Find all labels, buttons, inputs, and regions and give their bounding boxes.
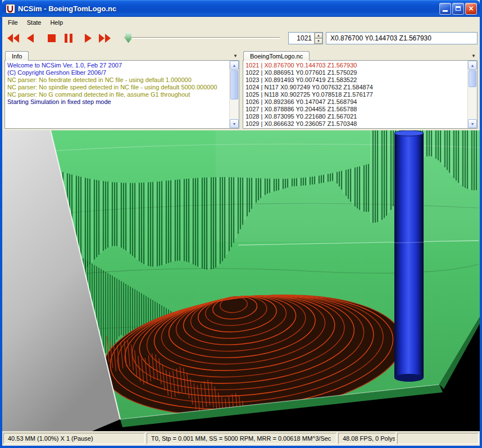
slider-track[interactable] — [124, 37, 280, 39]
rewind-icon — [7, 34, 20, 43]
info-panel: Info ▼ Welcome to NCSim Ver. 1.0, Feb 27… — [4, 50, 239, 129]
play-button[interactable] — [80, 30, 96, 46]
menu-item[interactable]: State — [22, 18, 46, 27]
tab-nc-file[interactable]: BoeingTomLogo.nc — [243, 51, 310, 61]
nc-line[interactable]: 1021 | X0.876700 Y0.144703 Z1.567930 — [245, 62, 467, 69]
scroll-thumb[interactable] — [230, 70, 238, 99]
fast-forward-button[interactable] — [97, 30, 112, 46]
info-tab-row: Info ▼ — [4, 50, 239, 61]
log-line: NC parser: No feedrate detected in NC fi… — [7, 76, 229, 84]
menu-bar: FileStateHelp — [2, 17, 480, 28]
step-back-icon — [27, 34, 34, 43]
scroll-up-icon[interactable]: ▲ — [468, 61, 477, 70]
scroll-up-icon[interactable]: ▲ — [230, 61, 239, 70]
title-bar[interactable]: NCSim - BoeingTomLogo.nc × — [2, 0, 480, 17]
scroll-track[interactable] — [230, 70, 239, 119]
slider-thumb[interactable] — [125, 33, 131, 43]
nc-panel: BoeingTomLogo.nc ▼ 1021 | X0.876700 Y0.1… — [243, 50, 478, 129]
status-extra — [397, 433, 479, 444]
menu-item[interactable]: File — [3, 18, 22, 27]
nc-line[interactable]: 1028 | X0.873095 Y0.221680 Z1.567021 — [245, 113, 467, 120]
nc-line[interactable]: 1029 | X0.866632 Y0.236057 Z1.570348 — [245, 120, 467, 128]
nc-panel-menu-button[interactable]: ▼ — [471, 54, 476, 58]
nc-line[interactable]: 1025 | N118 X0.902725 Y0.078518 Z1.57617… — [245, 91, 467, 98]
info-scrollbar[interactable]: ▲ ▼ — [229, 61, 239, 128]
app-icon — [6, 4, 15, 13]
progress-slider[interactable] — [124, 31, 280, 45]
info-panel-menu-button[interactable]: ▼ — [233, 54, 238, 58]
pause-button[interactable] — [61, 30, 76, 46]
nc-tab-row: BoeingTomLogo.nc ▼ — [243, 50, 478, 61]
spin-up-button[interactable]: ▲ — [315, 33, 322, 38]
log-line: NC parser: No G command detected in file… — [7, 91, 229, 98]
log-line: Welcome to NCSim Ver. 1.0, Feb 27 2007 — [7, 62, 229, 69]
ncsim-window: NCSim - BoeingTomLogo.nc × FileStateHelp — [0, 0, 482, 448]
nc-line[interactable]: 1023 | X0.891493 Y0.007419 Z1.583522 — [245, 76, 467, 84]
rewind-button[interactable] — [6, 30, 21, 46]
status-performance: 48.08 FPS, 0 Polys — [338, 433, 395, 444]
nc-line[interactable]: 1027 | X0.878886 Y0.204455 Z1.565788 — [245, 106, 467, 113]
spinner-buttons: ▲ ▼ — [314, 33, 322, 44]
stop-icon — [48, 34, 56, 42]
scroll-track[interactable] — [468, 70, 477, 119]
nc-line[interactable]: 1026 | X0.892366 Y0.147047 Z1.568794 — [245, 98, 467, 106]
play-icon — [85, 34, 92, 43]
nc-panel-body: 1021 | X0.876700 Y0.144703 Z1.5679301022… — [243, 61, 478, 129]
log-line: Starting Simulation in fixed step mode — [7, 98, 229, 106]
maximize-button[interactable] — [452, 3, 464, 15]
nc-code-list: 1021 | X0.876700 Y0.144703 Z1.5679301022… — [243, 61, 467, 128]
info-log: Welcome to NCSim Ver. 1.0, Feb 27 2007(C… — [5, 61, 229, 128]
close-button[interactable]: × — [465, 3, 477, 15]
nc-line[interactable]: 1024 | N117 X0.907249 Y0.007632 Z1.58487… — [245, 84, 467, 91]
stop-button[interactable] — [44, 30, 59, 46]
line-number-value[interactable]: 1021 — [289, 33, 314, 44]
nc-line[interactable]: 1022 | X0.886951 Y0.077601 Z1.575029 — [245, 69, 467, 76]
minimize-button[interactable] — [439, 3, 451, 15]
toolbar: 1021 ▲ ▼ X0.876700 Y0.144703 Z1.567930 — [2, 28, 480, 48]
scroll-thumb[interactable] — [469, 70, 476, 87]
tab-info[interactable]: Info — [5, 51, 29, 61]
window-title: NCSim - BoeingTomLogo.nc — [18, 4, 438, 13]
close-icon: × — [469, 4, 473, 12]
pause-icon — [65, 34, 72, 43]
minimize-icon — [443, 10, 448, 12]
spin-down-button[interactable]: ▼ — [315, 38, 322, 44]
viewport-3d[interactable] — [2, 130, 480, 431]
menu-item[interactable]: Help — [46, 18, 67, 27]
panels-row: Info ▼ Welcome to NCSim Ver. 1.0, Feb 27… — [2, 48, 480, 130]
status-bar: 40.53 MM (1.00%) X 1 (Pause) T0, Stp = 0… — [2, 431, 480, 446]
fast-forward-icon — [99, 34, 111, 43]
log-line: (C) Copyright Gershon Elber 2006/7 — [7, 69, 229, 76]
log-line: NC parser: No spindle speed detected in … — [7, 84, 229, 91]
status-machining: T0, Stp = 0.001 MM, SS = 5000 RPM, MRR =… — [147, 433, 337, 444]
nc-scrollbar[interactable]: ▲ ▼ — [467, 61, 477, 128]
info-panel-body: Welcome to NCSim Ver. 1.0, Feb 27 2007(C… — [4, 61, 239, 129]
scroll-down-icon[interactable]: ▼ — [230, 119, 239, 128]
coordinate-readout: X0.876700 Y0.144703 Z1.567930 — [326, 32, 478, 44]
line-number-spinner[interactable]: 1021 ▲ ▼ — [288, 32, 323, 44]
maximize-icon — [456, 6, 461, 11]
status-progress: 40.53 MM (1.00%) X 1 (Pause) — [3, 433, 145, 444]
step-back-button[interactable] — [22, 30, 38, 46]
cutting-tool — [394, 130, 424, 382]
scroll-down-icon[interactable]: ▼ — [468, 119, 477, 128]
